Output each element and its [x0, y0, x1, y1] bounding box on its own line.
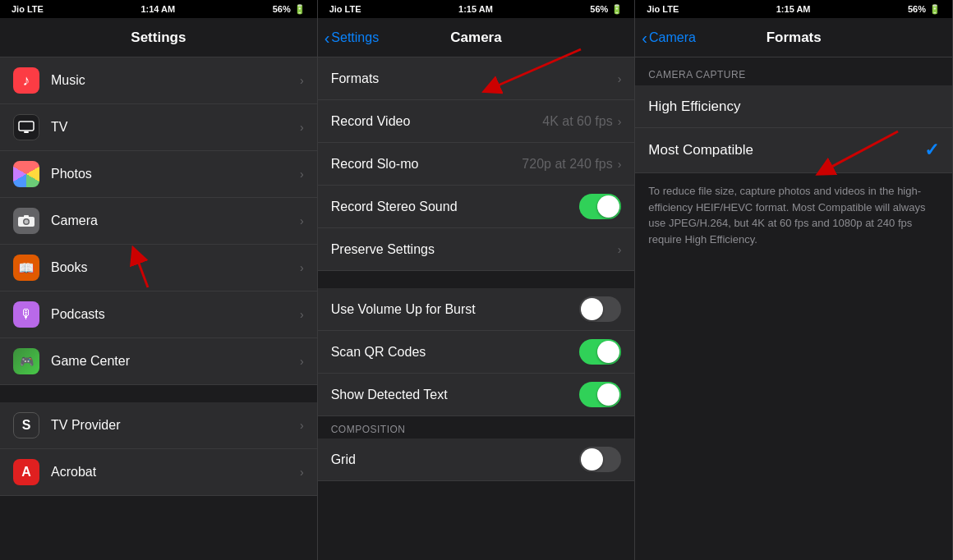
volumeburst-toggle-knob: [581, 298, 603, 320]
settings-row-books[interactable]: 📖 Books ›: [0, 245, 317, 291]
chevron-tv: ›: [300, 121, 304, 134]
chevron-gamecenter: ›: [300, 355, 304, 368]
chevron-music: ›: [300, 74, 304, 87]
format-description: To reduce file size, capture photos and …: [635, 173, 952, 257]
battery-2: 56%: [590, 4, 608, 14]
chevron-acrobat: ›: [300, 466, 304, 479]
back-chevron-2: ‹: [325, 30, 330, 46]
chevron-preserve: ›: [618, 243, 622, 256]
cam-row-stereo[interactable]: Record Stereo Sound: [318, 186, 635, 228]
svg-rect-5: [24, 215, 29, 218]
slomo-label: Record Slo-mo: [331, 157, 523, 172]
svg-rect-0: [19, 122, 34, 131]
mostcompat-label: Most Compatible: [648, 142, 924, 158]
volumeburst-toggle[interactable]: [579, 296, 621, 322]
stereo-label: Record Stereo Sound: [331, 200, 580, 214]
volumeburst-label: Use Volume Up for Burst: [331, 302, 580, 317]
cam-row-grid[interactable]: Grid: [318, 438, 635, 481]
cam-row-recordvideo[interactable]: Record Video 4K at 60 fps ›: [318, 100, 635, 143]
settings-row-music[interactable]: ♪ Music ›: [0, 57, 317, 104]
carrier-1: Jio LTE: [12, 4, 44, 14]
preserve-label: Preserve Settings: [331, 242, 618, 257]
carrier-3: Jio LTE: [647, 4, 679, 14]
settings-row-acrobat[interactable]: A Acrobat ›: [0, 449, 317, 496]
stereo-toggle[interactable]: [579, 194, 621, 219]
tv-label: TV: [51, 120, 300, 135]
books-label: Books: [51, 260, 300, 275]
settings-row-camera[interactable]: Camera ›: [0, 198, 317, 245]
chevron-tvprovider: ›: [300, 419, 304, 432]
status-bar-1: Jio LTE 1:14 AM 56% 🔋: [0, 0, 317, 18]
composition-header: COMPOSITION: [318, 417, 635, 438]
format-row-higheff[interactable]: High Efficiency: [635, 85, 952, 128]
formats-label: Formats: [331, 71, 618, 86]
chevron-books: ›: [300, 261, 304, 274]
battery-3: 56%: [908, 4, 926, 14]
battery-1: 56%: [273, 4, 291, 14]
cam-row-formats[interactable]: Formats ›: [318, 57, 635, 100]
cam-row-volumeburst[interactable]: Use Volume Up for Burst: [318, 288, 635, 331]
settings-row-photos[interactable]: Photos ›: [0, 151, 317, 198]
settings-row-tv[interactable]: TV ›: [0, 104, 317, 151]
status-bar-2: Jio LTE 1:15 AM 56% 🔋: [318, 0, 635, 18]
cam-row-showdetected[interactable]: Show Detected Text: [318, 374, 635, 416]
podcasts-label: Podcasts: [51, 307, 300, 322]
cam-row-slomo[interactable]: Record Slo-mo 720p at 240 fps ›: [318, 143, 635, 186]
grid-label: Grid: [331, 452, 580, 467]
formats-panel: Jio LTE 1:15 AM 56% 🔋 ‹ Camera Formats C…: [635, 0, 953, 560]
cam-row-preserve[interactable]: Preserve Settings ›: [318, 228, 635, 271]
svg-rect-1: [24, 131, 29, 133]
settings-row-podcasts[interactable]: 🎙 Podcasts ›: [0, 291, 317, 338]
music-label: Music: [51, 73, 300, 88]
camera-icon-row: [13, 208, 39, 234]
battery-icon-3: 🔋: [929, 4, 941, 15]
mostcompat-checkmark: ✓: [924, 140, 939, 161]
chevron-photos: ›: [300, 168, 304, 181]
status-bar-3: Jio LTE 1:15 AM 56% 🔋: [635, 0, 952, 18]
photos-label: Photos: [51, 167, 300, 181]
stereo-toggle-knob: [597, 195, 619, 218]
format-row-mostcompat[interactable]: Most Compatible ✓: [635, 128, 952, 173]
scanqr-toggle[interactable]: [579, 339, 621, 365]
photos-icon: [13, 161, 39, 187]
time-1: 1:14 AM: [140, 4, 175, 14]
acrobat-label: Acrobat: [51, 465, 300, 480]
scanqr-toggle-knob: [597, 341, 619, 363]
tv-icon: [13, 114, 39, 140]
carrier-2: Jio LTE: [329, 4, 361, 14]
settings-row-gamecenter[interactable]: 🎮 Game Center ›: [0, 338, 317, 385]
scanqr-label: Scan QR Codes: [331, 345, 580, 360]
formats-back-button[interactable]: ‹ Camera: [642, 30, 696, 46]
settings-title: Settings: [131, 30, 186, 46]
settings-nav: Settings: [0, 18, 317, 57]
cam-row-scanqr[interactable]: Scan QR Codes: [318, 331, 635, 374]
camera-back-button[interactable]: ‹ Settings: [325, 30, 379, 46]
battery-icon-2: 🔋: [611, 4, 623, 15]
time-2: 1:15 AM: [458, 4, 493, 14]
camera-back-label: Settings: [331, 30, 379, 45]
back-chevron-3: ‹: [642, 30, 647, 46]
gamecenter-label: Game Center: [51, 354, 300, 369]
tvprovider-icon: S: [13, 412, 39, 438]
chevron-camera: ›: [300, 214, 304, 227]
slomo-value: 720p at 240 fps: [522, 157, 612, 172]
chevron-recordvideo: ›: [618, 115, 622, 128]
books-icon: 📖: [13, 255, 39, 281]
grid-toggle[interactable]: [579, 447, 621, 472]
formats-title: Formats: [767, 30, 822, 46]
tvprovider-label: TV Provider: [51, 418, 300, 433]
settings-row-tvprovider[interactable]: S TV Provider ›: [0, 402, 317, 449]
podcasts-icon: 🎙: [13, 301, 39, 328]
camera-label: Camera: [51, 213, 300, 228]
time-3: 1:15 AM: [776, 4, 811, 14]
music-icon: ♪: [13, 67, 39, 94]
camera-list: Formats › Record Video 4K at 60 fps › Re…: [318, 57, 635, 560]
settings-list: ♪ Music › TV › Photos › Camera ›: [0, 57, 317, 560]
formats-back-label: Camera: [649, 30, 696, 45]
showdetected-toggle[interactable]: [579, 382, 621, 407]
showdetected-toggle-knob: [597, 383, 619, 406]
recordvideo-label: Record Video: [331, 114, 543, 129]
chevron-slomo: ›: [618, 158, 622, 171]
battery-icon-1: 🔋: [294, 4, 306, 15]
formats-nav: ‹ Camera Formats: [635, 18, 952, 57]
